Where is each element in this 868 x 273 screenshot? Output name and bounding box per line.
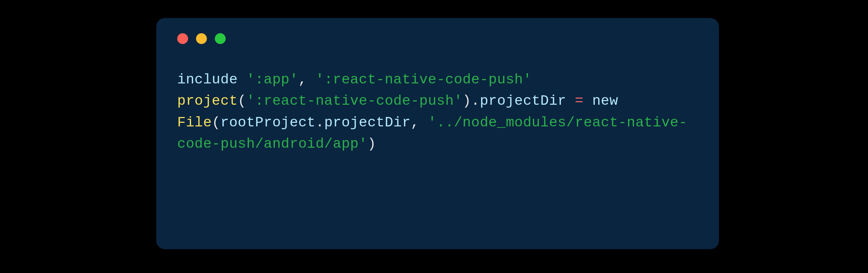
code-token-string: ':app' <box>246 72 298 88</box>
code-token-punct: ) <box>367 136 376 152</box>
code-token-keyword: new <box>592 93 618 109</box>
code-token-ident: projectDir <box>480 93 566 109</box>
code-token-ident: projectDir <box>324 115 410 131</box>
code-token-punct: . <box>471 93 480 109</box>
code-token-punct: ( <box>238 93 246 109</box>
code-token-space <box>238 72 246 88</box>
code-token-punct: , <box>410 115 428 131</box>
code-token-space <box>618 93 627 109</box>
code-token-keyword: include <box>177 72 238 88</box>
code-token-func: project <box>177 93 238 109</box>
code-token-punct: ) <box>463 93 471 109</box>
code-token-operator: = <box>575 93 584 109</box>
code-token-punct: ( <box>212 115 221 131</box>
code-window: include ':app', ':react-native-code-push… <box>156 18 719 249</box>
code-token-punct: , <box>298 72 316 88</box>
code-token-ident: rootProject <box>221 115 316 131</box>
minimize-icon <box>196 33 207 44</box>
code-token-space <box>566 93 575 109</box>
close-icon <box>177 33 188 44</box>
maximize-icon <box>215 33 226 44</box>
code-token-space <box>584 93 592 109</box>
code-token-string: ':react-native-code-push' <box>246 93 463 109</box>
code-token-func: File <box>177 115 212 131</box>
code-block: include ':app', ':react-native-code-push… <box>156 44 719 155</box>
window-traffic-lights <box>156 18 719 44</box>
code-token-punct: . <box>315 115 324 131</box>
code-token-string: ':react-native-code-push' <box>315 72 532 88</box>
